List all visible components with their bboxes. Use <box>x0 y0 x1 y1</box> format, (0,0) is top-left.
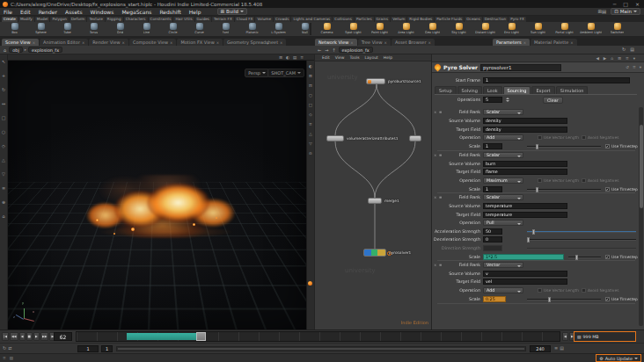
acceleration-strength-input[interactable]: 50 <box>483 228 502 235</box>
playbar-option-icon-0[interactable]: ↻ <box>3 345 6 351</box>
field-rank-select[interactable]: Scalar <box>483 194 523 200</box>
header-icon-1[interactable]: ≡ <box>633 65 636 69</box>
shelf-tool-0[interactable]: Camera <box>314 23 340 34</box>
breadcrumb-current[interactable]: explosion_fx <box>28 47 62 53</box>
camera-selector[interactable]: SHOT_CAM <box>267 69 304 77</box>
scale-slider[interactable] <box>527 186 601 192</box>
parameters-toolbar-icon-5[interactable]: ▾ <box>633 56 635 61</box>
network-menu-item-4[interactable]: Help <box>384 55 392 60</box>
nav-arrow-icon-1[interactable]: → <box>324 47 329 53</box>
use-timestep-checkbox[interactable]: Use Timestep <box>605 255 638 259</box>
viewport-canvas[interactable]: Persp SHOT_CAM y x z <box>8 61 306 329</box>
param-tab-3[interactable]: Sourcing <box>503 86 531 94</box>
close-tab-icon[interactable]: × <box>280 40 282 45</box>
close-tab-icon[interactable]: × <box>82 40 84 45</box>
use-vector-length-checkbox[interactable]: Use Vector Length <box>538 288 579 293</box>
viewport-toolbar-icon-2[interactable]: ▤ <box>293 55 296 60</box>
display-option-icon-3[interactable]: ○ <box>309 93 312 98</box>
param-tab-5[interactable]: Simulation <box>556 86 589 94</box>
network-menu-item-1[interactable]: View <box>335 55 345 60</box>
home-icon[interactable]: ⌂ <box>3 47 7 53</box>
param-tab-4[interactable]: Export <box>531 86 554 94</box>
deceleration-strength-input[interactable]: 0 <box>483 236 502 243</box>
display-option-icon-0[interactable]: ◐ <box>309 64 312 69</box>
network-canvas[interactable]: university university pyroburstsource1 v… <box>315 62 431 329</box>
timeline-option-button-0[interactable]: ◀ <box>562 332 568 341</box>
shelf-tool-10[interactable]: L-System <box>266 23 291 34</box>
transport-button-3[interactable]: ■ <box>26 332 33 341</box>
display-option-icon-6[interactable]: ≡ <box>309 122 312 127</box>
scene-viewport[interactable]: ⊞◐▤≡ Persp SHOT_CAM y x z ◐⊞⊡○□◇≡△ <box>8 54 314 329</box>
operation-select[interactable]: Add <box>483 287 523 293</box>
node-pyrosolver[interactable] <box>363 249 386 257</box>
side-tool-icon-0[interactable]: ↖ <box>2 59 5 64</box>
pane-tab-1[interactable]: Tree View× <box>358 39 391 46</box>
scale-keyed-input[interactable]: 0.25 <box>483 296 506 302</box>
node-merge[interactable] <box>368 198 382 204</box>
parameters-toolbar-icon-1[interactable]: ▶ <box>604 56 606 61</box>
shelf-tool-4[interactable]: Geo Light <box>420 23 445 34</box>
display-option-icon-2[interactable]: ⊡ <box>309 83 312 88</box>
pane-tab-4[interactable]: Motion FX View× <box>177 39 223 46</box>
clear-button[interactable]: Clear <box>543 97 563 104</box>
desktop-selector[interactable]: ⊞ Build <box>217 8 247 15</box>
range-end-field[interactable]: 240 <box>530 345 551 352</box>
transport-button-2[interactable]: ◀ <box>19 332 26 341</box>
acceleration-slider[interactable] <box>527 228 636 235</box>
use-timestep-checkbox[interactable]: Use Timestep <box>605 187 638 192</box>
node-secondary[interactable] <box>409 135 421 141</box>
current-frame-field[interactable]: 62 <box>54 332 72 341</box>
display-option-icon-5[interactable]: ◇ <box>309 112 311 117</box>
transport-button-4[interactable]: ▶ <box>33 332 40 341</box>
close-tab-icon[interactable]: × <box>216 40 219 45</box>
side-tool-icon-1[interactable]: + <box>2 73 5 78</box>
minimize-button[interactable]: ─ <box>613 1 617 7</box>
side-tool-icon-2[interactable]: ↻ <box>2 87 5 92</box>
shelf-tool-9[interactable]: Platonic <box>239 23 265 34</box>
shelf-tool-0[interactable]: Box <box>2 23 27 34</box>
transport-button-5[interactable]: ▶▶ <box>40 332 49 341</box>
parameters-toolbar-icon-3[interactable]: ⊞ <box>618 56 621 61</box>
use-vector-length-checkbox[interactable]: Use Vector Length <box>538 135 579 140</box>
status-bar-icon-1[interactable]: ▤ <box>10 356 13 360</box>
header-icon-2[interactable]: ▾ <box>640 65 641 69</box>
pane-tab-2[interactable]: Render View× <box>89 39 128 46</box>
param-tab-0[interactable]: Setup <box>435 86 457 94</box>
side-tool-icon-7[interactable]: △ <box>2 157 5 163</box>
snapshot-ball-icon[interactable] <box>308 281 312 286</box>
cook-mode-selector[interactable]: ⚙ Auto Update <box>596 354 641 362</box>
avoid-negatives-checkbox[interactable]: Avoid Negatives <box>582 178 618 183</box>
menu-item-5[interactable]: MegaScans <box>121 9 151 15</box>
target-field-input[interactable]: temperature <box>483 212 567 218</box>
shelf-tool-7[interactable]: Curve <box>187 23 212 34</box>
menubar-icon-1[interactable]: ▤ <box>602 9 606 14</box>
scale-expression-input[interactable]: 1*2.5 <box>483 254 564 260</box>
param-tab-1[interactable]: Solving <box>457 86 482 94</box>
viewport-toolbar-icon-3[interactable]: ≡ <box>300 55 304 60</box>
avoid-negatives-checkbox[interactable]: Avoid Negatives <box>582 288 618 293</box>
close-tab-icon[interactable]: × <box>523 40 526 45</box>
use-vector-length-checkbox[interactable]: Use Vector Length <box>538 178 579 183</box>
viewport-toolbar-icon-0[interactable]: ⊞ <box>279 55 282 60</box>
menu-item-0[interactable]: File <box>4 9 12 15</box>
transport-button-1[interactable]: ◀◀ <box>10 332 18 341</box>
scale-slider[interactable] <box>527 143 601 149</box>
shelf-tool-8[interactable]: Sun Light <box>525 23 551 34</box>
path-bar-icon-0[interactable]: ↻ <box>621 47 626 52</box>
use-timestep-checkbox[interactable]: Use Timestep <box>605 144 638 148</box>
parameters-toolbar-icon-0[interactable]: ◀ <box>596 56 598 61</box>
shelf-tool-3[interactable]: Torus <box>81 23 106 34</box>
target-field-input[interactable]: density <box>483 127 567 133</box>
playbar-option-icon-1[interactable]: ▤ <box>560 345 564 351</box>
target-field-input[interactable]: flame <box>483 169 567 175</box>
pane-tab-1[interactable]: Material Palette× <box>531 39 577 46</box>
close-tab-icon[interactable]: × <box>428 40 430 45</box>
status-bar-icon-0[interactable]: ≡ <box>3 356 6 360</box>
menu-item-6[interactable]: Redshift <box>159 9 180 15</box>
shelf-tool-1[interactable]: Sphere <box>28 23 54 34</box>
close-tab-icon[interactable]: × <box>570 40 573 45</box>
param-tab-2[interactable]: Look <box>483 86 502 94</box>
shelf-tool-2[interactable]: Tube <box>55 23 80 34</box>
avoid-negatives-checkbox[interactable]: Avoid Negatives <box>582 135 618 140</box>
menu-item-7[interactable]: Help <box>189 9 201 15</box>
